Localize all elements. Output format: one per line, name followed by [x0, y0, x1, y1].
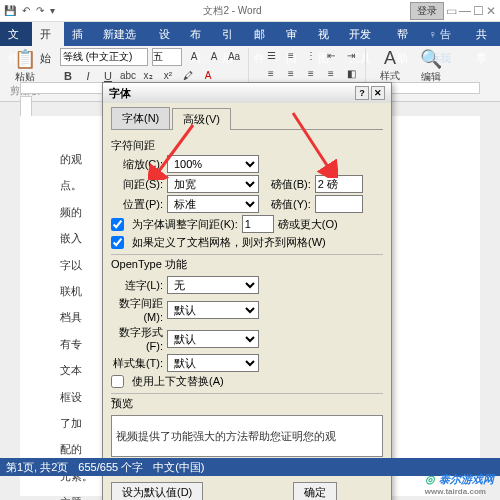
title-bar: 💾 ↶ ↷ ▾ 文档2 - Word 登录 ▭ — ☐ ✕ — [0, 0, 500, 22]
styles-icon: A — [384, 48, 396, 69]
indent-right-icon[interactable]: ⇥ — [343, 48, 359, 64]
minimize-icon[interactable]: — — [459, 4, 471, 18]
close-icon[interactable]: ✕ — [486, 4, 496, 18]
font-dialog: 字体 ? ✕ 字体(N) 高级(V) 字符间距 缩放(C): 100% 间距(S… — [102, 82, 392, 500]
tab-review[interactable]: 审阅 — [278, 22, 310, 46]
tab-layout[interactable]: 布局 — [182, 22, 214, 46]
kerning-checkbox[interactable] — [111, 218, 124, 231]
numform-select[interactable]: 默认 — [167, 330, 259, 348]
shading-icon[interactable]: ◧ — [343, 66, 359, 82]
paste-icon: 📋 — [14, 48, 36, 70]
dialog-tabs: 字体(N) 高级(V) — [111, 107, 383, 130]
dialog-close-icon[interactable]: ✕ — [371, 86, 385, 100]
tab-design[interactable]: 设计 — [151, 22, 183, 46]
align-center-icon[interactable]: ≡ — [283, 66, 299, 82]
tell-me[interactable]: ♀ 告诉我 — [421, 22, 469, 46]
spacing-pt-label: 磅值(B): — [271, 177, 311, 192]
ribbon-tabs: 文件 开始 插入 新建选项卡 设计 布局 引用 邮件 审阅 视图 开发工具 帮助… — [0, 22, 500, 46]
dialog-title: 字体 — [109, 86, 131, 101]
ligatures-label: 连字(L): — [111, 278, 163, 293]
position-select[interactable]: 标准 — [167, 195, 259, 213]
shrink-font-icon[interactable]: A — [206, 49, 222, 65]
word-count[interactable]: 655/655 个字 — [78, 460, 143, 475]
tab-font-page[interactable]: 字体(N) — [111, 107, 170, 129]
tab-developer[interactable]: 开发工具 — [341, 22, 389, 46]
undo-icon[interactable]: ↶ — [22, 5, 30, 16]
tab-home[interactable]: 开始 — [32, 22, 64, 46]
font-size-select[interactable] — [152, 48, 182, 66]
tab-help[interactable]: 帮助 — [389, 22, 421, 46]
set-default-button[interactable]: 设为默认值(D) — [111, 482, 203, 500]
justify-icon[interactable]: ≡ — [323, 66, 339, 82]
ligatures-select[interactable]: 无 — [167, 276, 259, 294]
kerning-label: 为字体调整字间距(K): — [132, 217, 238, 232]
styles-label: 样式 — [380, 69, 400, 83]
kerning-suffix: 磅或更大(O) — [278, 217, 338, 232]
tab-view[interactable]: 视图 — [310, 22, 342, 46]
position-pt-input[interactable] — [315, 195, 363, 213]
tab-addin[interactable]: 新建选项卡 — [95, 22, 150, 46]
maximize-icon[interactable]: ☐ — [473, 4, 484, 18]
ribbon-options-icon[interactable]: ▭ — [446, 4, 457, 18]
grow-font-icon[interactable]: A — [186, 49, 202, 65]
tab-insert[interactable]: 插入 — [64, 22, 96, 46]
redo-icon[interactable]: ↷ — [36, 5, 44, 16]
tab-file[interactable]: 文件 — [0, 22, 32, 46]
tab-advanced-page[interactable]: 高级(V) — [172, 108, 231, 130]
dialog-titlebar[interactable]: 字体 ? ✕ — [103, 83, 391, 103]
opentype-section-label: OpenType 功能 — [111, 254, 383, 272]
ok-button[interactable]: 确定 — [293, 482, 337, 500]
preview-section-label: 预览 — [111, 393, 383, 411]
align-right-icon[interactable]: ≡ — [303, 66, 319, 82]
position-label: 位置(P): — [111, 197, 163, 212]
scale-label: 缩放(C): — [111, 157, 163, 172]
change-case-icon[interactable]: Aa — [226, 49, 242, 65]
context-checkbox[interactable] — [111, 375, 124, 388]
grid-label: 如果定义了文档网格，则对齐到网格(W) — [132, 235, 326, 250]
dialog-help-icon[interactable]: ? — [355, 86, 369, 100]
numspacing-select[interactable]: 默认 — [167, 301, 259, 319]
align-left-icon[interactable]: ≡ — [263, 66, 279, 82]
bullets-icon[interactable]: ☰ — [263, 48, 279, 64]
editing-icon: 🔍 — [420, 48, 442, 70]
styleset-label: 样式集(T): — [111, 356, 163, 371]
tab-references[interactable]: 引用 — [214, 22, 246, 46]
multilevel-icon[interactable]: ⋮ — [303, 48, 319, 64]
position-pt-label: 磅值(Y): — [271, 197, 311, 212]
spacing-pt-input[interactable] — [315, 175, 363, 193]
indent-left-icon[interactable]: ⇤ — [323, 48, 339, 64]
preview-box: 视频提供了功能强大的方法帮助您证明您的观 — [111, 415, 383, 457]
login-button[interactable]: 登录 — [410, 2, 444, 20]
numbering-icon[interactable]: ≡ — [283, 48, 299, 64]
language-status[interactable]: 中文(中国) — [153, 460, 204, 475]
font-family-select[interactable] — [60, 48, 148, 66]
page-status[interactable]: 第1页, 共2页 — [6, 460, 68, 475]
spacing-section-label: 字符间距 — [111, 138, 383, 153]
context-label: 使用上下文替换(A) — [132, 374, 224, 389]
spacing-select[interactable]: 加宽 — [167, 175, 259, 193]
window-title: 文档2 - Word — [55, 4, 410, 18]
save-icon[interactable]: 💾 — [4, 5, 16, 16]
tab-mailings[interactable]: 邮件 — [246, 22, 278, 46]
spacing-label: 间距(S): — [111, 177, 163, 192]
numspacing-label: 数字间距(M): — [111, 296, 163, 323]
numform-label: 数字形式(F): — [111, 325, 163, 352]
watermark: ◎ 泰尔游戏网 www.tairda.com — [425, 469, 494, 496]
grid-checkbox[interactable] — [111, 236, 124, 249]
styleset-select[interactable]: 默认 — [167, 354, 259, 372]
watermark-icon: ◎ — [425, 473, 435, 485]
kerning-pt-input[interactable] — [242, 215, 274, 233]
scale-select[interactable]: 100% — [167, 155, 259, 173]
quick-access-toolbar: 💾 ↶ ↷ ▾ — [4, 5, 55, 16]
share-button[interactable]: 共享 — [468, 22, 500, 46]
